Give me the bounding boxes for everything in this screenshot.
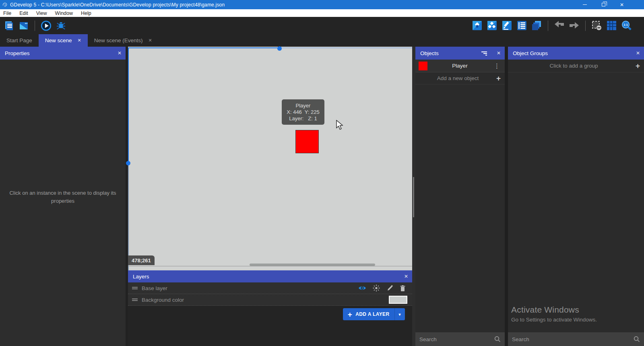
tooltip-layer: Layer: Z: 1	[289, 115, 317, 122]
object-groups-header: Object Groups ✕	[508, 47, 644, 60]
gdevelop-logo-icon	[2, 2, 8, 8]
properties-empty-message: Click on an instance in the scene to dis…	[6, 189, 120, 205]
panel-divider[interactable]	[505, 47, 508, 346]
play-preview-icon[interactable]	[41, 20, 52, 31]
close-icon[interactable]: ✕	[118, 47, 122, 60]
drag-handle-icon[interactable]	[132, 286, 138, 290]
menu-window[interactable]: Window	[51, 9, 77, 17]
deselect-icon[interactable]	[591, 20, 602, 31]
menu-edit[interactable]: Edit	[15, 9, 32, 17]
watermark-subtitle: Go to Settings to activate Windows.	[511, 317, 597, 323]
background-color-swatch[interactable]	[389, 296, 407, 304]
editor-tabs: Start Page New scene ✕ New scene (Events…	[0, 34, 644, 47]
scene-window-border-left	[128, 47, 129, 163]
cursor-coordinates-badge: 478;261	[128, 255, 155, 265]
gdevelop-window: GDevelop 5 - C:\Users\Sparkle\OneDrive\D…	[0, 0, 644, 346]
tab-close-icon[interactable]: ✕	[149, 38, 152, 43]
undo-icon[interactable]	[554, 20, 565, 31]
player-instance[interactable]	[295, 130, 319, 153]
delete-trash-icon[interactable]	[400, 285, 406, 292]
menu-help[interactable]: Help	[77, 9, 95, 17]
close-icon[interactable]: ✕	[404, 270, 408, 282]
window-title: GDevelop 5 - C:\Users\Sparkle\OneDrive\D…	[10, 2, 225, 8]
effects-icon[interactable]	[373, 284, 380, 292]
svg-text:1:1: 1:1	[623, 23, 627, 27]
close-button[interactable]: ✕	[613, 0, 631, 9]
add-object-row[interactable]: Add a new object +	[415, 72, 505, 84]
object-groups-editor-icon[interactable]	[487, 20, 497, 31]
layer-row-base[interactable]: Base layer	[128, 282, 412, 294]
start-page-icon[interactable]	[18, 20, 29, 31]
filter-icon[interactable]	[481, 51, 487, 56]
drag-handle-icon[interactable]	[132, 298, 138, 302]
layers-header: Layers ✕	[128, 270, 412, 282]
objects-search-input[interactable]	[419, 336, 494, 342]
layers-panel: Layers ✕ Base layer	[128, 270, 412, 346]
close-icon[interactable]: ✕	[636, 47, 640, 60]
object-thumbnail	[419, 62, 427, 70]
scene-canvas[interactable]: Player X: 446 Y: 225 Layer: Z: 1 478;261	[128, 47, 412, 270]
scene-border-handle-top[interactable]	[277, 46, 282, 51]
restore-button[interactable]	[594, 0, 613, 9]
chevron-down-icon[interactable]: ▾	[395, 312, 405, 317]
watermark-title: Activate Windows	[511, 305, 597, 315]
tab-start-page[interactable]: Start Page	[0, 34, 39, 47]
layer-name: Background color	[142, 297, 385, 303]
layers-stack-icon[interactable]	[531, 20, 542, 31]
add-group-label: Click to add a group	[512, 63, 636, 69]
search-icon	[634, 336, 640, 342]
layers-title: Layers	[133, 274, 149, 280]
properties-panel: Properties ✕ Click on an instance in the…	[0, 47, 126, 346]
scene-border-handle-left[interactable]	[126, 161, 130, 165]
menu-file[interactable]: File	[0, 9, 15, 17]
object-groups-title: Object Groups	[513, 50, 548, 56]
scene-window-border-top-ext	[280, 47, 412, 48]
objects-search-bar	[415, 332, 505, 346]
scrollbar-gutter	[412, 47, 415, 346]
close-icon[interactable]: ✕	[497, 47, 501, 60]
plus-icon: +	[496, 74, 501, 82]
add-group-row[interactable]: Click to add a group +	[508, 60, 644, 72]
properties-pencil-icon[interactable]	[502, 20, 512, 31]
properties-header: Properties ✕	[0, 47, 126, 60]
layer-row-background[interactable]: Background color	[128, 294, 412, 306]
edit-pencil-icon[interactable]	[386, 285, 393, 292]
plus-icon: +	[636, 62, 640, 70]
mouse-cursor	[336, 120, 345, 130]
horizontal-scrollbar-thumb[interactable]	[250, 264, 375, 266]
main-toolbar: 1:1	[0, 17, 644, 34]
grid-icon[interactable]	[606, 20, 617, 31]
groups-search-input[interactable]	[512, 336, 634, 342]
object-groups-panel: Object Groups ✕ Click to add a group + A…	[508, 47, 644, 346]
visibility-eye-icon[interactable]	[358, 285, 366, 291]
zoom-1to1-icon[interactable]: 1:1	[621, 20, 632, 31]
object-name: Player	[427, 63, 492, 69]
objects-panel: Objects ✕ Player ⋮ Add a new object +	[415, 47, 505, 346]
tab-new-scene[interactable]: New scene ✕	[39, 34, 88, 47]
properties-title: Properties	[5, 50, 30, 56]
debugger-icon[interactable]	[56, 20, 66, 31]
objects-header: Objects ✕	[415, 47, 505, 60]
layer-name: Base layer	[142, 285, 354, 291]
objects-editor-icon[interactable]	[472, 20, 483, 31]
tab-new-scene-events[interactable]: New scene (Events) ✕	[88, 34, 159, 47]
plus-icon: +	[348, 311, 353, 318]
redo-icon[interactable]	[569, 20, 580, 31]
groups-search-bar	[508, 332, 644, 346]
object-row-player[interactable]: Player ⋮	[415, 60, 505, 72]
title-bar: GDevelop 5 - C:\Users\Sparkle\OneDrive\D…	[0, 0, 644, 9]
add-layer-button[interactable]: + ADD A LAYER ▾	[343, 308, 405, 320]
project-manager-icon[interactable]	[3, 20, 14, 31]
instances-list-icon[interactable]	[516, 20, 527, 31]
minimize-button[interactable]	[576, 0, 594, 9]
vertical-scrollbar-thumb[interactable]	[413, 177, 414, 217]
menu-view[interactable]: View	[32, 9, 51, 17]
instance-tooltip: Player X: 446 Y: 225 Layer: Z: 1	[282, 99, 324, 125]
menu-bar: File Edit View Window Help	[0, 9, 644, 17]
kebab-menu-icon[interactable]: ⋮	[492, 62, 502, 70]
tooltip-object-name: Player	[296, 103, 311, 109]
objects-title: Objects	[420, 50, 439, 56]
add-layer-label: ADD A LAYER	[355, 311, 389, 317]
tab-close-icon[interactable]: ✕	[78, 38, 81, 43]
tooltip-position: X: 446 Y: 225	[287, 109, 319, 115]
